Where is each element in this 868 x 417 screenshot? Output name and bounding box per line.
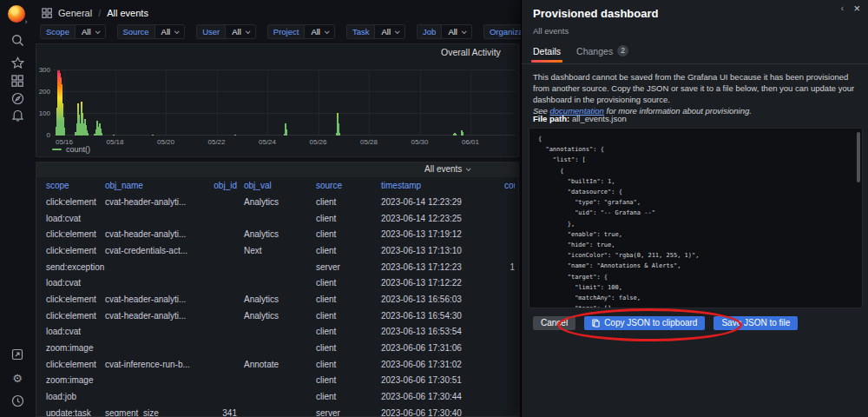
column-header-obj_name[interactable]: obj_name [105,181,209,190]
chart-plot-area[interactable] [54,70,516,136]
table-cell: update:task [46,408,105,417]
apps-grid-icon [42,8,52,18]
filter-label: Task [347,25,375,38]
table-cell: cvat-credentials-act... [105,246,209,255]
table-cell: client [309,214,374,223]
y-tick-label: 200 [39,88,50,96]
chevron-down-icon [174,29,180,34]
table-row: update:tasksegment_size341server2023-06-… [46,405,515,417]
table-cell: Next [237,246,309,255]
chart-legend[interactable]: count() [52,145,90,154]
breadcrumb-page[interactable]: All events [107,8,148,18]
breadcrumb-section[interactable]: General [58,8,92,18]
column-header-scope[interactable]: scope [46,181,105,190]
column-header-obj_val[interactable]: obj_val [237,181,309,190]
drawer-title: Provisioned dashboard [533,7,658,20]
alerting-bell-icon[interactable] [8,105,27,124]
x-tick-label: 05/18 [106,138,123,146]
chart-x-axis: 05/1605/1805/2005/2205/2405/2605/2805/30… [54,138,516,147]
table-cell: 2023-06-13 16:53:54 [374,327,504,336]
table-row: send:exceptionserver2023-06-13 17:12:231 [46,259,515,275]
filter-source-select[interactable]: All [155,25,185,38]
filter-user-select[interactable]: All [225,25,255,38]
save-json-button[interactable]: Save JSON to file [713,316,798,330]
drawer-close-icon[interactable]: × [853,2,860,15]
gridline [166,70,167,136]
column-header-obj_id[interactable]: obj_id [209,181,237,190]
server-admin-icon[interactable] [8,345,27,364]
filter-value: All [311,25,320,38]
table-cell: client [309,295,374,304]
table-cell: client [309,327,374,336]
y-tick-label: 0 [47,131,50,139]
table-cell: click:element [46,197,105,207]
column-header-source[interactable]: source [309,181,374,190]
sidebar-expand-icon[interactable]: › [21,17,31,27]
gridline [217,70,218,136]
help-icon[interactable] [8,391,27,410]
left-sidebar: ⚙ [0,0,35,417]
starred-icon[interactable] [8,53,27,72]
table-row: click:elementcvat-inference-run-b...Anno… [46,356,515,373]
dashboards-icon[interactable] [8,71,27,90]
table-cell: load:job [46,392,105,401]
gridline [64,70,65,136]
y-tick-label: 300 [39,66,50,74]
table-cell: 2023-06-06 17:30:51 [374,375,504,385]
search-icon[interactable] [8,30,27,50]
table-cell: segment_size [105,408,209,417]
events-table: scopeobj_nameobj_idobj_valsourcetimestam… [46,177,515,417]
table-cell: click:element [46,360,105,369]
table-cell: zoom:image [46,343,105,353]
changes-count-badge: 2 [617,45,628,56]
chevron-down-icon [325,29,330,34]
table-cell: click:element [46,229,105,239]
table-cell: send:exception [46,262,105,272]
table-cell: client [309,197,374,207]
filter-label: Scope [41,25,75,38]
file-path: File path: all_events.json [533,114,627,123]
chart-bar [63,128,65,136]
drawer-back-icon[interactable]: ‹ [841,3,844,13]
table-cell: zoom:image [46,375,105,385]
filter-project-select[interactable]: All [304,25,334,38]
table-row: zoom:imageclient2023-06-06 17:31:06 [46,340,515,356]
table-cell: 2023-06-06 17:31:02 [374,360,504,369]
tab-details[interactable]: Details [533,45,561,63]
chart-y-axis: 0100200300 [36,70,50,136]
configuration-gear-icon[interactable]: ⚙ [8,368,27,387]
code-scrollbar[interactable] [857,132,860,182]
x-tick-label: 05/24 [259,138,276,146]
table-cell: server [309,408,374,417]
gridline [54,91,516,92]
table-cell: client [309,311,374,321]
table-cell: 2023-06-14 12:23:29 [374,197,504,207]
table-cell: click:element [46,295,105,304]
table-cell: client [309,360,374,369]
filter-scope-select[interactable]: All [75,25,105,38]
table-cell: server [309,262,374,272]
chart-bar [339,133,340,136]
table-cell: 2023-06-13 17:19:12 [374,229,504,239]
y-tick-label: 100 [39,109,50,117]
table-cell: load:cvat [46,278,105,288]
tab-changes[interactable]: Changes 2 [576,45,628,63]
column-header-timestamp[interactable]: timestamp [374,181,504,190]
filter-project: ProjectAll [267,24,335,39]
gridline [319,70,319,136]
table-panel-title[interactable]: All events [424,164,470,174]
copy-icon [592,319,600,328]
table-cell: 341 [209,408,237,417]
table-cell: Annotate [237,360,309,369]
gridline [369,70,370,136]
copy-json-button[interactable]: Copy JSON to clipboard [584,316,705,330]
chevron-down-icon [246,29,251,34]
table-header-row: scopeobj_nameobj_idobj_valsourcetimestam… [46,177,515,194]
filter-value: All [381,25,391,38]
filter-job-select[interactable]: All [441,25,471,38]
cancel-button[interactable]: Cancel [533,316,575,330]
table-cell: cvat-inference-run-b... [105,360,209,369]
column-header-count[interactable]: count [504,181,515,190]
filter-task-select[interactable]: All [374,25,404,38]
chart-panel-title[interactable]: Overall Activity [441,47,501,57]
